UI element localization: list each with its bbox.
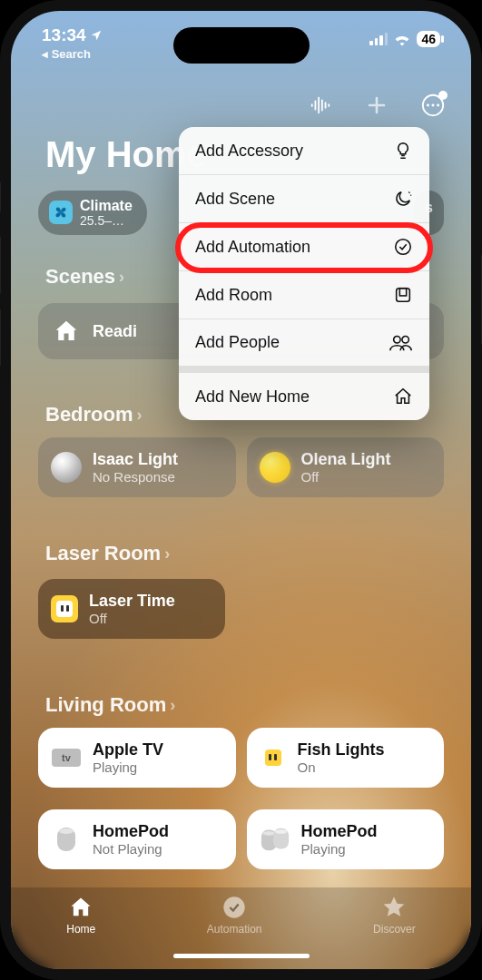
svg-text:tv: tv (62, 752, 72, 763)
accessory-card-homepod-1[interactable]: HomePod Not Playing (38, 809, 236, 869)
tab-home[interactable]: Home (66, 895, 95, 936)
fan-icon (49, 201, 73, 224)
chevron-right-icon: › (164, 544, 170, 564)
tab-bar: Home Automation Discover (11, 887, 471, 969)
svg-rect-14 (397, 289, 410, 302)
svg-point-2 (432, 104, 435, 107)
menu-add-accessory[interactable]: Add Accessory (179, 127, 429, 174)
cellular-icon (369, 33, 388, 45)
people-icon (389, 334, 413, 352)
section-bedroom[interactable]: Bedroom› (45, 403, 143, 426)
homepod-pair-icon (260, 824, 290, 855)
svg-point-13 (396, 240, 411, 255)
home-icon (393, 387, 413, 407)
side-button (0, 236, 1, 294)
svg-point-1 (427, 104, 429, 107)
room-icon (393, 285, 413, 305)
appletv-icon: tv (51, 742, 82, 773)
accessory-card-appletv[interactable]: tv Apple TV Playing (38, 728, 236, 788)
lightbulb-icon (393, 141, 413, 161)
section-scenes[interactable]: Scenes› (45, 265, 124, 289)
accessory-card-homepod-2[interactable]: HomePod Playing (247, 809, 445, 869)
status-time: 13:34 (42, 25, 86, 45)
moon-icon (393, 189, 413, 209)
svg-point-8 (59, 828, 74, 834)
notification-dot-icon (438, 91, 448, 100)
side-button (0, 309, 1, 367)
menu-add-people[interactable]: Add People (179, 319, 429, 366)
menu-add-room[interactable]: Add Room (179, 271, 429, 318)
clock-check-icon (221, 895, 247, 920)
bulb-off-icon (51, 452, 82, 483)
home-indicator[interactable] (173, 954, 310, 958)
dynamic-island (173, 27, 310, 64)
side-button (0, 181, 1, 212)
climate-value: 25.5–… (80, 214, 133, 228)
tab-automation[interactable]: Automation (207, 895, 262, 936)
chevron-right-icon: › (137, 406, 143, 425)
homepod-icon (51, 824, 82, 855)
menu-add-home[interactable]: Add New Home (179, 373, 429, 420)
climate-label: Climate (80, 198, 133, 214)
svg-point-17 (402, 336, 408, 342)
menu-add-scene[interactable]: Add Scene (179, 175, 429, 222)
battery-indicator: 46 (417, 31, 440, 47)
svg-point-16 (394, 336, 400, 342)
add-icon[interactable] (364, 93, 389, 118)
clock-check-icon (393, 237, 413, 257)
accessory-card-isaac[interactable]: Isaac Light No Response (38, 437, 236, 497)
announce-icon[interactable] (308, 93, 333, 118)
chevron-right-icon: › (119, 268, 124, 287)
svg-point-4 (438, 91, 448, 100)
back-to-search[interactable]: ◂ Search (42, 47, 103, 61)
tab-discover[interactable]: Discover (373, 895, 416, 936)
outlet-on-icon (260, 744, 287, 771)
star-icon (381, 895, 407, 920)
phone-frame: 13:34 ◂ Search 46 (0, 0, 482, 980)
more-icon[interactable] (420, 93, 446, 118)
svg-point-18 (223, 897, 244, 917)
bulb-on-icon (260, 452, 290, 483)
outlet-on-icon (51, 595, 78, 622)
section-living[interactable]: Living Room› (45, 693, 175, 717)
home-icon (67, 895, 94, 920)
wifi-icon (393, 32, 411, 46)
scene-title: Readi (93, 322, 137, 341)
house-icon (51, 316, 82, 347)
accessory-card-laser[interactable]: Laser Time Off (38, 579, 225, 639)
location-icon (90, 29, 103, 42)
menu-add-automation[interactable]: Add Automation (179, 223, 429, 270)
add-menu-popup: Add Accessory Add Scene Add Automation A… (179, 127, 429, 420)
accessory-card-fishlights[interactable]: Fish Lights On (247, 728, 445, 788)
section-laser[interactable]: Laser Room› (45, 542, 170, 565)
screen: 13:34 ◂ Search 46 (11, 11, 471, 969)
svg-point-3 (437, 104, 439, 107)
chevron-right-icon: › (170, 696, 175, 715)
svg-rect-15 (399, 289, 406, 296)
svg-point-10 (262, 831, 274, 836)
accessory-card-olena[interactable]: Olena Light Off (247, 437, 445, 497)
svg-point-12 (275, 829, 287, 834)
climate-chip[interactable]: Climate 25.5–… (38, 191, 147, 235)
